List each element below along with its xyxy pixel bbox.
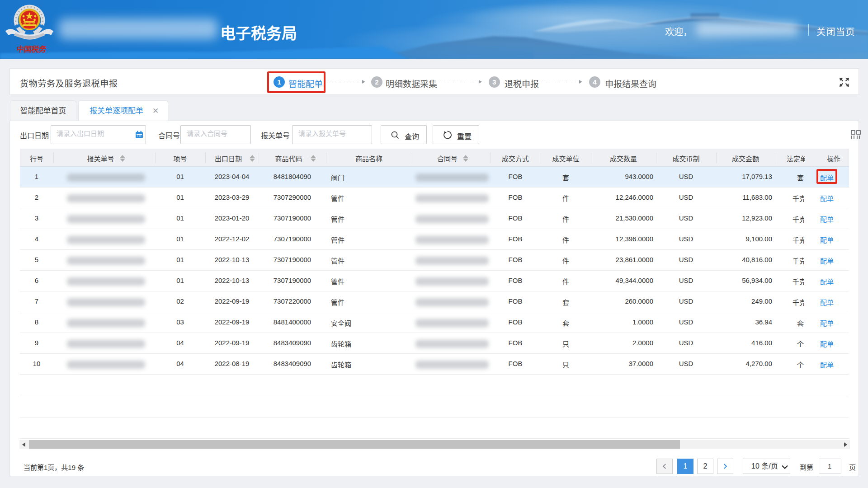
svg-text:中国税务: 中国税务: [16, 45, 47, 54]
